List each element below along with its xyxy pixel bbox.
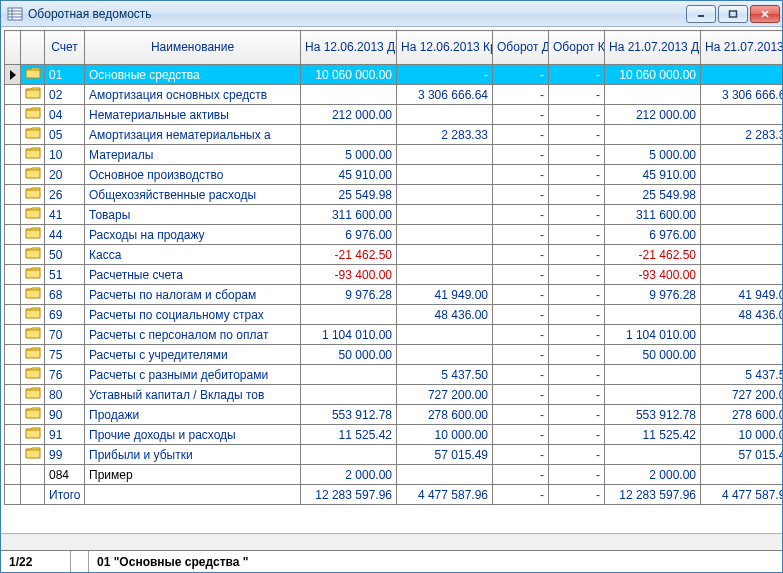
cell-credit1[interactable]: 57 015.49 (397, 445, 493, 465)
cell-debit2[interactable]: 10 060 000.00 (605, 65, 701, 85)
cell-turn-debit[interactable]: - (493, 185, 549, 205)
cell-turn-debit[interactable]: - (493, 285, 549, 305)
cell-debit1[interactable]: 553 912.78 (301, 405, 397, 425)
header-turn-debit[interactable]: Оборот Дебет (493, 31, 549, 65)
cell-debit1[interactable] (301, 125, 397, 145)
cell-credit1[interactable]: 5 437.50 (397, 365, 493, 385)
table-row[interactable]: 80Уставный капитал / Вклады тов727 200.0… (5, 385, 783, 405)
folder-icon[interactable] (21, 425, 45, 445)
cell-turn-credit[interactable]: - (549, 145, 605, 165)
cell-turn-credit[interactable]: - (549, 465, 605, 485)
cell-name[interactable]: Амортизация нематериальных а (85, 125, 301, 145)
cell-turn-credit[interactable]: - (549, 165, 605, 185)
cell-turn-credit[interactable]: - (549, 265, 605, 285)
cell-credit2[interactable]: 10 000.00 (701, 425, 783, 445)
cell-debit1[interactable]: -93 400.00 (301, 265, 397, 285)
cell-name[interactable]: Расчеты с разными дебиторами (85, 365, 301, 385)
cell-debit1[interactable]: 5 000.00 (301, 145, 397, 165)
total-row[interactable]: Итого12 283 597.964 477 587.96--12 283 5… (5, 485, 783, 505)
cell-debit1[interactable] (301, 305, 397, 325)
cell-debit1[interactable] (301, 85, 397, 105)
cell-turn-credit[interactable]: - (549, 285, 605, 305)
cell-credit1[interactable] (397, 265, 493, 285)
cell-name[interactable]: Пример (85, 465, 301, 485)
cell-credit2[interactable] (701, 205, 783, 225)
cell-turn-debit[interactable]: - (493, 165, 549, 185)
cell-debit2[interactable]: 6 976.00 (605, 225, 701, 245)
cell-credit1[interactable] (397, 465, 493, 485)
cell-credit2[interactable]: 41 949.00 (701, 285, 783, 305)
cell-debit1[interactable]: 11 525.42 (301, 425, 397, 445)
cell-turn-debit[interactable]: - (493, 125, 549, 145)
cell-credit1[interactable]: 278 600.00 (397, 405, 493, 425)
cell-turn-credit[interactable]: - (549, 225, 605, 245)
cell-debit2[interactable]: 553 912.78 (605, 405, 701, 425)
cell-name[interactable]: Касса (85, 245, 301, 265)
cell-credit2[interactable]: 727 200.00 (701, 385, 783, 405)
cell-turn-credit[interactable]: - (549, 305, 605, 325)
cell-name[interactable]: Уставный капитал / Вклады тов (85, 385, 301, 405)
folder-icon[interactable] (21, 105, 45, 125)
minimize-button[interactable] (686, 5, 716, 23)
cell-account[interactable]: 75 (45, 345, 85, 365)
cell-turn-debit[interactable]: - (493, 385, 549, 405)
table-row[interactable]: 90Продажи553 912.78278 600.00--553 912.7… (5, 405, 783, 425)
cell-debit2[interactable]: 45 910.00 (605, 165, 701, 185)
cell-credit2[interactable]: 5 437.50 (701, 365, 783, 385)
cell-turn-credit[interactable]: - (549, 345, 605, 365)
cell-turn-debit[interactable]: - (493, 205, 549, 225)
cell-turn-credit[interactable]: - (549, 245, 605, 265)
cell-name[interactable]: Расчеты с персоналом по оплат (85, 325, 301, 345)
cell-credit1[interactable]: 10 000.00 (397, 425, 493, 445)
cell-credit1[interactable]: 2 283.33 (397, 125, 493, 145)
title-bar[interactable]: Оборотная ведомость (1, 1, 782, 27)
folder-icon[interactable] (21, 185, 45, 205)
cell-turn-debit[interactable]: - (493, 365, 549, 385)
cell-credit1[interactable] (397, 145, 493, 165)
cell-debit1[interactable] (301, 385, 397, 405)
folder-icon[interactable] (21, 305, 45, 325)
cell-turn-credit[interactable]: - (549, 65, 605, 85)
table-row[interactable]: 68Расчеты по налогам и сборам9 976.2841 … (5, 285, 783, 305)
cell-credit2[interactable]: 57 015.49 (701, 445, 783, 465)
balance-table[interactable]: Счет Наименование На 12.06.2013 Дебет На… (4, 30, 782, 505)
cell-account[interactable]: 084 (45, 465, 85, 485)
folder-icon[interactable] (21, 85, 45, 105)
folder-icon[interactable] (21, 125, 45, 145)
cell-debit2[interactable]: 311 600.00 (605, 205, 701, 225)
table-row[interactable]: 70Расчеты с персоналом по оплат1 104 010… (5, 325, 783, 345)
cell-credit1[interactable]: 48 436.00 (397, 305, 493, 325)
cell-debit2[interactable]: 1 104 010.00 (605, 325, 701, 345)
cell-turn-debit[interactable]: - (493, 65, 549, 85)
cell-debit1[interactable] (301, 445, 397, 465)
horizontal-scrollbar[interactable] (1, 533, 782, 550)
folder-icon[interactable] (21, 165, 45, 185)
cell-credit2[interactable]: 3 306 666.64 (701, 85, 783, 105)
folder-icon[interactable] (21, 465, 45, 485)
cell-credit2[interactable] (701, 105, 783, 125)
cell-debit1[interactable]: 1 104 010.00 (301, 325, 397, 345)
cell-credit2[interactable] (701, 165, 783, 185)
cell-debit2[interactable]: -21 462.50 (605, 245, 701, 265)
cell-credit1[interactable] (397, 225, 493, 245)
cell-name[interactable]: Основное производство (85, 165, 301, 185)
table-row[interactable]: 01Основные средства10 060 000.00---10 06… (5, 65, 783, 85)
cell-name[interactable]: Амортизация основных средств (85, 85, 301, 105)
table-row[interactable]: 69Расчеты по социальному страх48 436.00-… (5, 305, 783, 325)
header-credit1[interactable]: На 12.06.2013 Кредит (397, 31, 493, 65)
cell-turn-debit[interactable]: - (493, 405, 549, 425)
cell-debit1[interactable] (301, 365, 397, 385)
cell-turn-credit[interactable]: - (549, 325, 605, 345)
cell-credit1[interactable]: 41 949.00 (397, 285, 493, 305)
folder-icon[interactable] (21, 365, 45, 385)
folder-icon[interactable] (21, 265, 45, 285)
cell-turn-debit[interactable]: - (493, 225, 549, 245)
cell-account[interactable]: 69 (45, 305, 85, 325)
cell-credit2[interactable] (701, 185, 783, 205)
cell-name[interactable]: Общехозяйственные расходы (85, 185, 301, 205)
cell-credit2[interactable] (701, 245, 783, 265)
cell-turn-credit[interactable]: - (549, 85, 605, 105)
folder-icon[interactable] (21, 65, 45, 85)
table-row[interactable]: 26Общехозяйственные расходы25 549.98--25… (5, 185, 783, 205)
cell-credit2[interactable]: 2 283.33 (701, 125, 783, 145)
